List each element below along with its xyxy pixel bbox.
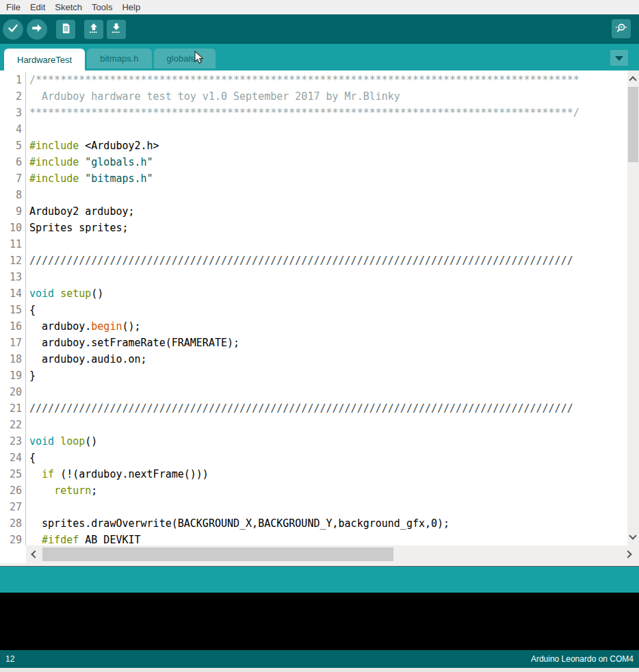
line-number: 15 (0, 302, 26, 318)
tab-label: bitmaps.h (100, 53, 138, 64)
code-line: 29 #ifdef AB_DEVKIT (0, 532, 627, 545)
code-line: 7#include "bitmaps.h" (0, 170, 627, 187)
code-text: void setup() (29, 285, 627, 302)
scroll-right-arrow-icon[interactable] (624, 550, 631, 558)
line-number: 21 (0, 400, 26, 417)
verify-button[interactable] (3, 19, 23, 40)
h-scroll-thumb[interactable] (42, 547, 393, 561)
line-number: 4 (0, 121, 26, 138)
code-area[interactable]: 1/**************************************… (0, 70, 627, 545)
serial-monitor-button[interactable] (612, 19, 631, 38)
console-output (0, 593, 639, 650)
scrollbar-corner (0, 545, 26, 563)
code-line: 13 (0, 269, 627, 285)
arrow-up-icon (88, 22, 100, 36)
code-line: 22 (0, 417, 627, 433)
code-line: 8 (0, 187, 627, 203)
status-notice-bar (0, 566, 639, 593)
line-number: 22 (0, 417, 26, 433)
line-number: 24 (0, 450, 26, 466)
code-text: #include <Arduboy2.h> (29, 138, 627, 154)
code-line: 21//////////////////////////////////////… (0, 400, 627, 417)
code-line: 2 Arduboy hardware test toy v1.0 Septemb… (0, 88, 627, 105)
code-text: ////////////////////////////////////////… (29, 400, 627, 417)
code-line: 16 arduboy.begin(); (0, 318, 627, 335)
code-text (29, 417, 627, 433)
tab-menu-button[interactable] (610, 50, 628, 66)
code-text (29, 236, 627, 253)
code-line: 18 arduboy.audio.on; (0, 351, 627, 367)
line-number: 12 (0, 253, 26, 269)
code-line: 26 return; (0, 482, 627, 499)
scroll-up-arrow-icon[interactable] (629, 76, 636, 83)
menu-sketch[interactable]: Sketch (50, 1, 87, 14)
line-number: 9 (0, 203, 26, 220)
line-number: 13 (0, 269, 26, 285)
code-text: arduboy.setFrameRate(FRAMERATE); (29, 335, 627, 351)
code-line: 3***************************************… (0, 105, 627, 121)
code-text: ////////////////////////////////////////… (29, 253, 627, 269)
code-text: } (29, 367, 627, 384)
code-line: 11 (0, 236, 627, 253)
menu-tools[interactable]: Tools (87, 1, 117, 14)
line-number: 14 (0, 285, 26, 302)
tab-label: globals.h (167, 53, 203, 64)
code-text (29, 121, 627, 138)
code-line: 24{ (0, 450, 627, 466)
code-text (29, 187, 627, 203)
arrow-right-icon (31, 22, 43, 36)
code-text: return; (29, 482, 627, 499)
code-text: Sprites sprites; (29, 220, 627, 236)
code-line: 1/**************************************… (0, 72, 627, 88)
tab-bitmaps-h[interactable]: bitmaps.h (87, 49, 151, 68)
code-text: { (29, 302, 627, 318)
code-line: 25 if (!(arduboy.nextFrame())) (0, 466, 627, 482)
code-text (29, 384, 627, 400)
menu-help[interactable]: Help (117, 1, 145, 14)
code-line: 12//////////////////////////////////////… (0, 253, 627, 269)
magnifier-icon (614, 21, 628, 37)
document-icon (60, 23, 72, 36)
code-line: 5#include <Arduboy2.h> (0, 138, 627, 154)
save-button[interactable] (107, 20, 126, 39)
code-line: 10Sprites sprites; (0, 220, 627, 236)
tab-bar: HardwareTest bitmaps.h globals.h (0, 44, 639, 70)
line-number: 20 (0, 384, 26, 400)
arrow-down-icon (110, 22, 122, 36)
line-number: 26 (0, 482, 26, 499)
menu-file[interactable]: File (1, 1, 25, 14)
code-line: 23void loop() (0, 433, 627, 450)
line-number: 2 (0, 88, 26, 105)
tab-globals-h[interactable]: globals.h (154, 49, 216, 68)
upload-button[interactable] (27, 19, 47, 40)
horizontal-scrollbar[interactable] (0, 545, 639, 563)
open-button[interactable] (84, 20, 103, 39)
chevron-down-icon (615, 56, 623, 65)
new-sketch-button[interactable] (56, 20, 75, 39)
line-number: 27 (0, 499, 26, 515)
tab-hardwaretest[interactable]: HardwareTest (4, 49, 85, 70)
vertical-scrollbar[interactable] (627, 70, 639, 545)
v-scroll-thumb[interactable] (628, 87, 638, 162)
line-number: 19 (0, 367, 26, 384)
code-text: #include "globals.h" (29, 154, 627, 170)
code-text: { (29, 450, 627, 466)
code-line: 15{ (0, 302, 627, 318)
line-number: 1 (0, 72, 26, 88)
code-text: /***************************************… (29, 72, 627, 88)
code-line: 9Arduboy2 arduboy; (0, 203, 627, 220)
code-text: void loop() (29, 433, 627, 450)
line-number: 6 (0, 154, 26, 170)
code-text: ****************************************… (29, 105, 627, 121)
line-number: 25 (0, 466, 26, 482)
code-line: 28 sprites.drawOverwrite(BACKGROUND_X,BA… (0, 515, 627, 532)
code-text: #include "bitmaps.h" (29, 170, 627, 187)
code-line: 6#include "globals.h" (0, 154, 627, 170)
scroll-down-arrow-icon[interactable] (629, 532, 636, 539)
code-text: sprites.drawOverwrite(BACKGROUND_X,BACKG… (29, 515, 627, 532)
scroll-left-arrow-icon[interactable] (31, 550, 38, 558)
arduino-ide-window: File Edit Sketch Tools Help (0, 0, 639, 672)
menu-edit[interactable]: Edit (25, 1, 50, 14)
line-number: 23 (0, 433, 26, 450)
line-number: 17 (0, 335, 26, 351)
